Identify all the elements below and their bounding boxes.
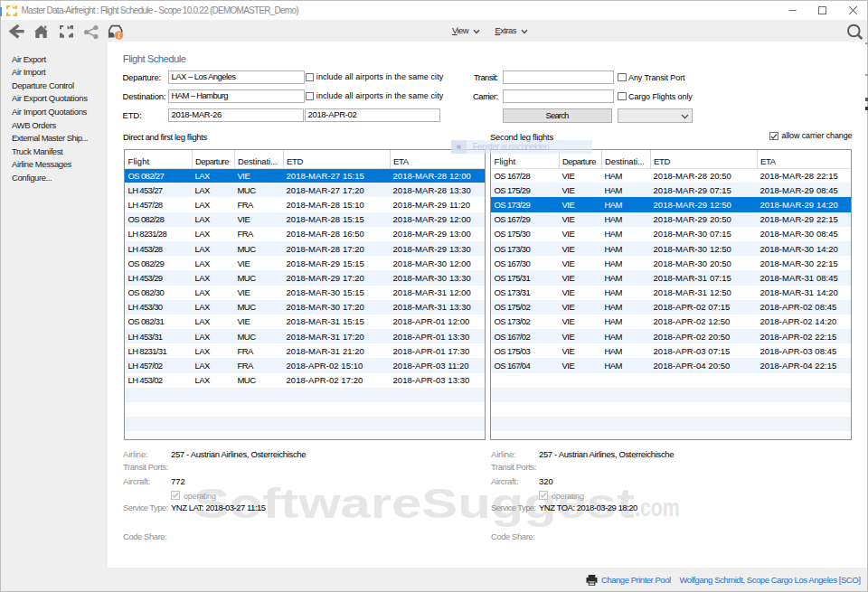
- svg-text:!: !: [118, 31, 120, 40]
